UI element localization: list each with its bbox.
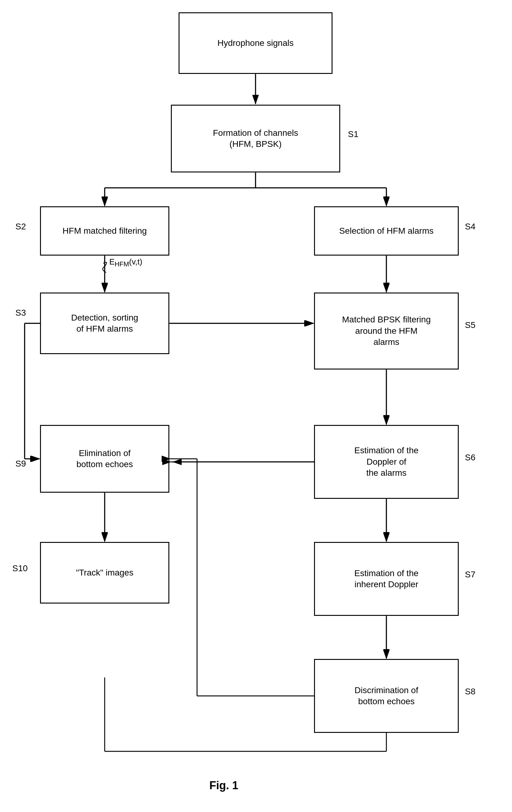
estimation-inherent-box: Estimation of theinherent Doppler <box>314 542 459 616</box>
s2-label: S2 <box>16 222 26 232</box>
formation-label: Formation of channels(HFM, BPSK) <box>213 127 298 150</box>
detection-box: Detection, sortingof HFM alarms <box>40 293 169 354</box>
s4-label: S4 <box>465 222 475 232</box>
estimation-doppler-alarms-label: Estimation of theDoppler ofthe alarms <box>354 445 419 478</box>
estimation-inherent-label: Estimation of theinherent Doppler <box>354 568 419 590</box>
diagram: Hydrophone signals Formation of channels… <box>0 0 512 812</box>
hydrophone-box: Hydrophone signals <box>179 12 332 74</box>
s10-label: S10 <box>12 563 28 573</box>
formation-box: Formation of channels(HFM, BPSK) <box>171 105 340 172</box>
elimination-box: Elimination ofbottom echoes <box>40 425 169 493</box>
s5-label: S5 <box>465 320 475 330</box>
hydrophone-label: Hydrophone signals <box>217 37 294 49</box>
hfm-matched-label: HFM matched filtering <box>62 225 147 236</box>
s9-label: S9 <box>16 459 26 469</box>
discrimination-box: Discrimination ofbottom echoes <box>314 659 459 733</box>
selection-hfm-label: Selection of HFM alarms <box>339 225 434 236</box>
s1-label: S1 <box>348 129 358 139</box>
hfm-matched-box: HFM matched filtering <box>40 206 169 256</box>
figure-label: Fig. 1 <box>209 779 238 792</box>
s3-label: S3 <box>16 308 26 318</box>
ehfm-label: EHFM(v,t) <box>109 257 142 268</box>
s7-label: S7 <box>465 570 475 580</box>
elimination-label: Elimination ofbottom echoes <box>77 448 133 470</box>
detection-label: Detection, sortingof HFM alarms <box>71 312 138 335</box>
track-images-label: "Track" images <box>76 567 133 578</box>
s6-label: S6 <box>465 453 475 463</box>
matched-bpsk-label: Matched BPSK filteringaround the HFMalar… <box>342 314 431 348</box>
matched-bpsk-box: Matched BPSK filteringaround the HFMalar… <box>314 293 459 370</box>
discrimination-label: Discrimination ofbottom echoes <box>355 685 418 707</box>
selection-hfm-box: Selection of HFM alarms <box>314 206 459 256</box>
estimation-doppler-alarms-box: Estimation of theDoppler ofthe alarms <box>314 425 459 499</box>
track-images-box: "Track" images <box>40 542 169 604</box>
s8-label: S8 <box>465 687 475 697</box>
